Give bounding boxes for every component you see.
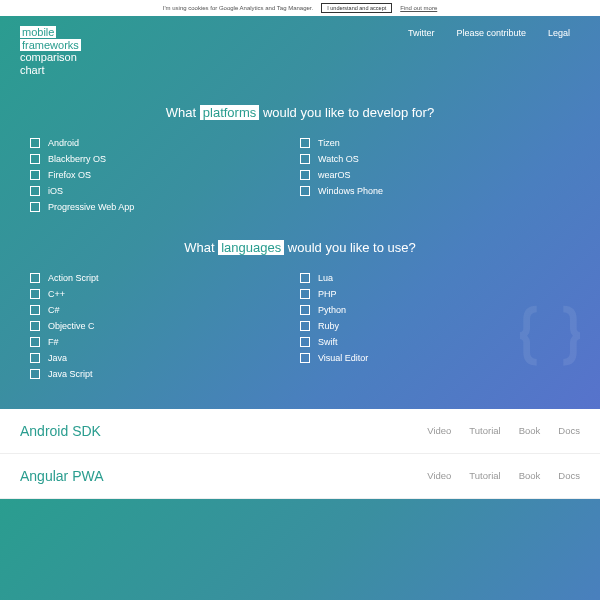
language-checkbox[interactable]: [30, 321, 40, 331]
language-row: Java Script: [30, 369, 300, 379]
cookie-accept-button[interactable]: I understand and accept: [321, 3, 392, 13]
platform-label: Android: [48, 138, 79, 148]
nav-contribute[interactable]: Please contribute: [456, 28, 526, 77]
platform-checkbox[interactable]: [300, 170, 310, 180]
language-checkbox[interactable]: [30, 305, 40, 315]
language-label: Visual Editor: [318, 353, 368, 363]
platform-label: Watch OS: [318, 154, 359, 164]
result-link-video[interactable]: Video: [427, 425, 451, 436]
language-label: F#: [48, 337, 59, 347]
language-label: Lua: [318, 273, 333, 283]
result-link-book[interactable]: Book: [519, 470, 541, 481]
language-row: PHP: [300, 289, 570, 299]
platform-label: wearOS: [318, 170, 351, 180]
platform-checkbox[interactable]: [30, 186, 40, 196]
result-links: VideoTutorialBookDocs: [427, 425, 580, 436]
result-name[interactable]: Angular PWA: [20, 468, 104, 484]
platform-label: Blackberry OS: [48, 154, 106, 164]
language-label: PHP: [318, 289, 337, 299]
language-checkbox[interactable]: [300, 289, 310, 299]
result-link-video[interactable]: Video: [427, 470, 451, 481]
language-row: Lua: [300, 273, 570, 283]
logo-line3: comparison: [20, 51, 81, 64]
language-checkbox[interactable]: [30, 353, 40, 363]
language-checkbox[interactable]: [30, 273, 40, 283]
language-checkbox[interactable]: [30, 369, 40, 379]
platform-checkbox[interactable]: [300, 138, 310, 148]
platform-checkbox[interactable]: [30, 202, 40, 212]
platform-label: Tizen: [318, 138, 340, 148]
platform-checkbox[interactable]: [30, 170, 40, 180]
language-checkbox[interactable]: [30, 289, 40, 299]
language-label: C++: [48, 289, 65, 299]
cookie-more-link[interactable]: Find out more: [400, 5, 437, 11]
result-link-tutorial[interactable]: Tutorial: [469, 470, 500, 481]
language-label: Python: [318, 305, 346, 315]
language-row: Objective C: [30, 321, 300, 331]
language-row: Python: [300, 305, 570, 315]
platform-label: Progressive Web App: [48, 202, 134, 212]
platform-row: Windows Phone: [300, 186, 570, 196]
result-name[interactable]: Android SDK: [20, 423, 101, 439]
result-link-book[interactable]: Book: [519, 425, 541, 436]
platform-checkbox[interactable]: [300, 186, 310, 196]
result-links: VideoTutorialBookDocs: [427, 470, 580, 481]
logo-line2: frameworks: [20, 39, 81, 51]
language-row: C++: [30, 289, 300, 299]
language-row: Swift: [300, 337, 570, 347]
language-label: C#: [48, 305, 60, 315]
language-label: Ruby: [318, 321, 339, 331]
logo: mobile frameworks comparison chart: [20, 26, 81, 77]
language-row: F#: [30, 337, 300, 347]
result-link-docs[interactable]: Docs: [558, 470, 580, 481]
platform-row: Watch OS: [300, 154, 570, 164]
language-checkbox[interactable]: [30, 337, 40, 347]
language-checkbox[interactable]: [300, 273, 310, 283]
result-link-tutorial[interactable]: Tutorial: [469, 425, 500, 436]
language-label: Java Script: [48, 369, 93, 379]
platform-checkbox[interactable]: [30, 138, 40, 148]
header: mobile frameworks comparison chart Twitt…: [0, 16, 600, 77]
nav: Twitter Please contribute Legal: [408, 26, 570, 77]
results-list: Android SDKVideoTutorialBookDocsAngular …: [0, 409, 600, 499]
language-label: Swift: [318, 337, 338, 347]
platform-label: iOS: [48, 186, 63, 196]
nav-twitter[interactable]: Twitter: [408, 28, 435, 77]
platform-row: Android: [30, 138, 300, 148]
platform-checkbox[interactable]: [30, 154, 40, 164]
language-row: Java: [30, 353, 300, 363]
platform-label: Windows Phone: [318, 186, 383, 196]
language-checkbox[interactable]: [300, 353, 310, 363]
question-languages: What languages would you like to use?: [0, 240, 600, 255]
platform-checkbox[interactable]: [300, 154, 310, 164]
result-row: Angular PWAVideoTutorialBookDocs: [0, 454, 600, 499]
question-platforms: What platforms would you like to develop…: [0, 105, 600, 120]
result-link-docs[interactable]: Docs: [558, 425, 580, 436]
platforms-grid: AndroidBlackberry OSFirefox OSiOSProgres…: [0, 138, 600, 212]
language-label: Action Script: [48, 273, 99, 283]
language-checkbox[interactable]: [300, 321, 310, 331]
languages-grid: Action ScriptC++C#Objective CF#JavaJava …: [0, 273, 600, 379]
cookie-text: I'm using cookies for Google Analytics a…: [163, 5, 313, 11]
platform-label: Firefox OS: [48, 170, 91, 180]
result-row: Android SDKVideoTutorialBookDocs: [0, 409, 600, 454]
language-checkbox[interactable]: [300, 305, 310, 315]
language-label: Java: [48, 353, 67, 363]
language-row: Ruby: [300, 321, 570, 331]
language-checkbox[interactable]: [300, 337, 310, 347]
logo-line4: chart: [20, 64, 81, 77]
platform-row: Firefox OS: [30, 170, 300, 180]
language-label: Objective C: [48, 321, 95, 331]
cookie-bar: I'm using cookies for Google Analytics a…: [0, 0, 600, 16]
nav-legal[interactable]: Legal: [548, 28, 570, 77]
language-row: Action Script: [30, 273, 300, 283]
logo-line1: mobile: [20, 26, 56, 38]
platform-row: Tizen: [300, 138, 570, 148]
language-row: Visual Editor: [300, 353, 570, 363]
platform-row: wearOS: [300, 170, 570, 180]
platform-row: Progressive Web App: [30, 202, 300, 212]
platform-row: iOS: [30, 186, 300, 196]
language-row: C#: [30, 305, 300, 315]
platform-row: Blackberry OS: [30, 154, 300, 164]
